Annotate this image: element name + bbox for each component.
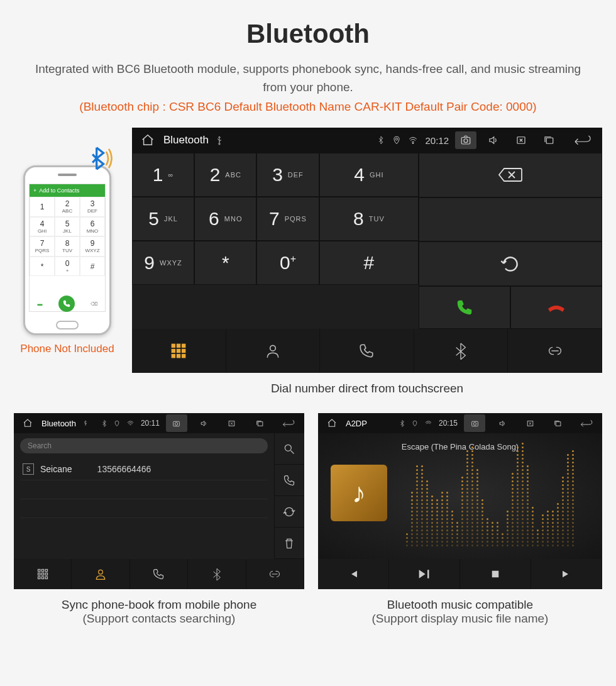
tab-contacts[interactable]: [226, 329, 321, 373]
back-icon[interactable]: [277, 414, 298, 432]
svg-rect-21: [41, 570, 43, 572]
dialer-key[interactable]: 8TUV: [319, 197, 419, 241]
dialer-key[interactable]: 4GHI: [319, 153, 419, 197]
track-title: Escape (The Pina Colada Song): [318, 442, 602, 451]
svg-point-2: [464, 139, 468, 143]
screenshot-icon[interactable]: [464, 414, 485, 432]
phone-key[interactable]: *: [30, 257, 55, 277]
dialer-key[interactable]: *: [194, 241, 256, 285]
dialer-key[interactable]: 5JKL: [132, 197, 194, 241]
phone-key[interactable]: #: [80, 257, 105, 277]
svg-rect-28: [45, 577, 47, 578]
status-bar: Bluetooth 20:11: [14, 413, 304, 433]
dialer-key[interactable]: 2ABC: [194, 153, 256, 197]
delete-icon[interactable]: [275, 528, 304, 559]
volume-icon[interactable]: [483, 131, 504, 149]
phone-dial-button[interactable]: [58, 296, 75, 312]
svg-point-31: [473, 422, 476, 424]
back-icon[interactable]: [566, 131, 596, 149]
back-icon[interactable]: [575, 414, 596, 432]
tab-recent-calls[interactable]: [320, 329, 414, 373]
phone-key[interactable]: 6MNO: [80, 217, 105, 237]
dialer-key[interactable]: 7PQRS: [256, 197, 319, 241]
phone-mockup: +Add to Contacts 12ABC3DEF4GHI5JKL6MNO7P…: [23, 165, 111, 335]
dialer-key[interactable]: 3DEF: [256, 153, 319, 197]
svg-rect-10: [182, 350, 185, 353]
phone-key[interactable]: 2ABC: [55, 197, 80, 217]
recent-apps-icon[interactable]: [538, 131, 559, 149]
recent-apps-icon[interactable]: [249, 414, 270, 432]
bluetooth-waves-icon: [83, 142, 116, 175]
screenshot-icon[interactable]: [166, 414, 187, 432]
close-app-icon[interactable]: [510, 131, 532, 149]
tab-pair[interactable]: [246, 559, 304, 589]
svg-rect-1: [461, 138, 470, 145]
app-title: A2DP: [346, 419, 367, 428]
next-track-button[interactable]: [531, 559, 602, 589]
contact-row[interactable]: S Seicane 13566664466: [20, 458, 268, 480]
stop-button[interactable]: [460, 559, 531, 589]
dialer-key[interactable]: 9WXYZ: [132, 241, 194, 285]
phone-key[interactable]: 4GHI: [30, 217, 55, 237]
svg-rect-26: [38, 577, 40, 578]
location-icon: [412, 419, 418, 428]
tab-bluetooth[interactable]: [414, 329, 509, 373]
search-input[interactable]: Search: [20, 438, 268, 453]
prev-track-button[interactable]: [318, 559, 389, 589]
tab-bluetooth[interactable]: [188, 559, 246, 589]
bluetooth-icon: [399, 419, 405, 428]
svg-rect-27: [41, 577, 43, 578]
phone-key[interactable]: 1: [30, 197, 55, 217]
dialer-key[interactable]: #: [319, 241, 419, 285]
svg-rect-15: [173, 421, 180, 426]
tab-dialer[interactable]: [14, 559, 72, 589]
home-icon[interactable]: [23, 418, 33, 428]
wifi-icon: [407, 136, 419, 145]
dialer-key[interactable]: 1∞: [132, 153, 194, 197]
svg-rect-33: [556, 421, 561, 426]
phone-key[interactable]: 7PQRS: [30, 236, 55, 257]
sync-icon[interactable]: [275, 496, 304, 528]
backspace-button[interactable]: [419, 153, 602, 197]
tab-dialer[interactable]: [132, 329, 226, 373]
redial-button[interactable]: [419, 241, 602, 286]
play-pause-button[interactable]: [389, 559, 460, 589]
svg-rect-4: [546, 138, 553, 143]
home-icon[interactable]: [141, 133, 155, 147]
phone-key[interactable]: 0+: [55, 257, 80, 277]
dialer-key[interactable]: 0+: [256, 241, 319, 285]
tab-recent-calls[interactable]: [130, 559, 188, 589]
status-time: 20:15: [439, 419, 458, 428]
phone-key[interactable]: 8TUV: [55, 236, 80, 257]
tab-pair[interactable]: [508, 329, 602, 373]
call-icon[interactable]: [275, 465, 304, 496]
svg-point-16: [175, 422, 178, 424]
home-icon[interactable]: [327, 418, 337, 428]
tab-contacts[interactable]: [72, 559, 129, 589]
recent-apps-icon[interactable]: [547, 414, 568, 432]
dialer-key[interactable]: 6MNO: [194, 197, 256, 241]
page-subtitle: Integrated with BC6 Bluetooth module, su…: [25, 60, 591, 96]
volume-icon[interactable]: [492, 414, 513, 432]
volume-icon[interactable]: [194, 414, 215, 432]
bluetooth-icon: [377, 135, 386, 146]
video-call-icon: ▬: [38, 301, 43, 307]
phone-key[interactable]: 5JKL: [55, 217, 80, 237]
contact-name: Seicane: [40, 464, 72, 474]
svg-point-19: [285, 445, 292, 451]
call-button[interactable]: [419, 286, 510, 329]
app-title: Bluetooth: [163, 134, 209, 147]
close-app-icon[interactable]: [221, 414, 243, 432]
hangup-button[interactable]: [510, 286, 602, 329]
contact-number: 13566664466: [97, 464, 151, 474]
close-app-icon[interactable]: [519, 414, 541, 432]
svg-rect-13: [182, 355, 185, 358]
phone-key[interactable]: 9WXYZ: [80, 236, 105, 257]
svg-point-29: [99, 570, 103, 574]
usb-icon: [82, 419, 89, 428]
contact-badge: S: [23, 463, 34, 475]
phone-key[interactable]: 3DEF: [80, 197, 105, 217]
search-icon[interactable]: [275, 433, 304, 465]
svg-rect-34: [492, 571, 499, 578]
screenshot-icon[interactable]: [455, 131, 476, 149]
